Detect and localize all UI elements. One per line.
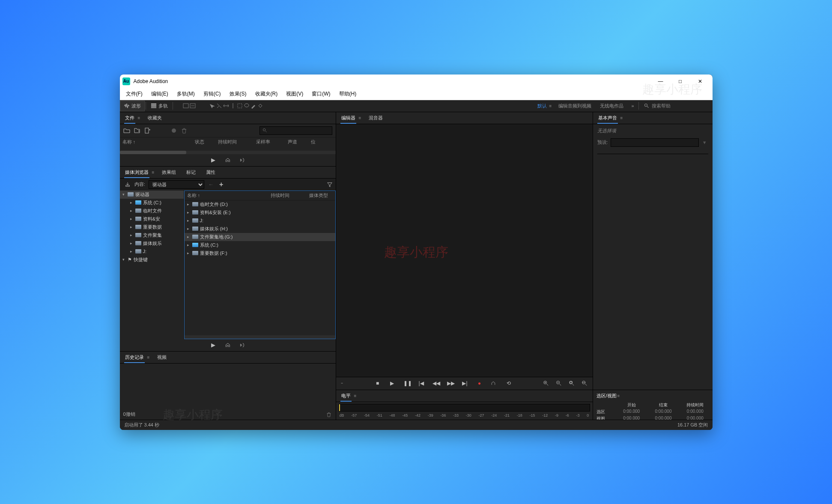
editor-body[interactable] (336, 124, 593, 377)
maximize-button[interactable]: □ (671, 75, 690, 88)
slip-tool-icon[interactable] (223, 102, 230, 109)
auto-play-icon[interactable] (239, 342, 246, 349)
tab-history[interactable]: 历史记录 (120, 352, 149, 363)
import-icon[interactable] (134, 127, 140, 134)
export-icon[interactable] (224, 157, 231, 164)
record-icon[interactable]: ● (476, 380, 483, 386)
search-help[interactable]: 搜索帮助 (640, 103, 713, 109)
col-duration[interactable]: 持续时间 (271, 192, 309, 199)
razor-tool-icon[interactable] (216, 102, 223, 109)
record-icon[interactable] (170, 127, 177, 134)
preset-menu-icon[interactable]: ▾ (701, 139, 708, 146)
tree-row[interactable]: ▸资料&安 (120, 215, 184, 223)
zoom-full-icon[interactable] (582, 380, 588, 386)
files-search-input[interactable] (259, 126, 332, 135)
add-shortcut-icon[interactable]: + (218, 181, 225, 188)
col-media-type[interactable]: 媒体类型 (309, 192, 328, 199)
list-item[interactable]: ▸系统 (C:) (185, 241, 335, 249)
play-icon[interactable]: ▶ (389, 380, 396, 386)
lasso-tool-icon[interactable] (243, 102, 250, 109)
spectral-pitch-icon[interactable] (189, 102, 196, 109)
tree-row-shortcuts[interactable]: ▾⚑快捷键 (120, 256, 184, 264)
workspace-audio-to-video[interactable]: 编辑音频到视频 (554, 101, 596, 111)
col-bitdepth[interactable]: 位 (311, 139, 316, 145)
sv-selection-dur[interactable]: 0:00.000 (681, 409, 709, 415)
tab-properties[interactable]: 属性 (201, 167, 221, 178)
workspace-more-button[interactable]: » (628, 103, 637, 108)
sv-selection-end[interactable]: 0:00.000 (650, 409, 677, 415)
back-icon[interactable]: ← (208, 181, 215, 188)
trash-icon[interactable] (325, 411, 332, 418)
auto-play-icon[interactable] (239, 157, 246, 164)
menu-edit[interactable]: 编辑(E) (147, 89, 173, 99)
list-item[interactable]: ▸重要数据 (F:) (185, 249, 335, 257)
tab-video[interactable]: 视频 (152, 352, 172, 363)
mode-waveform-button[interactable]: 波形 (120, 101, 145, 111)
play-icon[interactable]: ▶ (210, 157, 217, 164)
workspace-menu-icon[interactable]: ≡ (549, 104, 552, 108)
menu-clip[interactable]: 剪辑(C) (199, 89, 225, 99)
tree-row[interactable]: ▸重要数据 (120, 223, 184, 231)
tab-favorites[interactable]: 收藏夹 (143, 112, 167, 124)
zoom-out-icon[interactable] (556, 380, 563, 386)
zoom-in-icon[interactable] (543, 380, 550, 386)
mode-multitrack-button[interactable]: 多轨 (147, 101, 172, 111)
panel-menu-icon[interactable]: ≡ (617, 394, 620, 398)
files-hscroll[interactable] (120, 151, 336, 154)
ingest-icon[interactable] (124, 181, 131, 188)
minimize-button[interactable]: — (651, 75, 671, 88)
close-button[interactable]: ✕ (690, 75, 710, 88)
sv-selection-start[interactable]: 0:00.000 (618, 409, 645, 415)
heal-tool-icon[interactable] (257, 102, 264, 109)
loop-icon[interactable]: ⟲ (505, 380, 512, 386)
new-file-icon[interactable] (144, 127, 151, 134)
rewind-icon[interactable]: ◀◀ (432, 380, 439, 386)
tab-files[interactable]: 文件 (120, 112, 140, 124)
media-hscroll[interactable] (185, 335, 335, 339)
workspace-radio[interactable]: 无线电作品 (596, 101, 628, 111)
tree-row-drives[interactable]: ▾驱动器 (120, 191, 184, 199)
col-channels[interactable]: 声道 (288, 139, 309, 145)
play-icon[interactable]: ▶ (210, 342, 217, 349)
tab-markers[interactable]: 标记 (181, 167, 201, 178)
menu-help[interactable]: 帮助(H) (335, 89, 361, 99)
export-icon[interactable] (224, 342, 231, 349)
filter-icon[interactable] (326, 181, 333, 188)
list-item[interactable]: ▸资料&安装 (E:) (185, 209, 335, 217)
list-item[interactable]: ▸文件聚集地 (G:) (185, 233, 335, 241)
preset-select[interactable] (611, 138, 699, 147)
folder-open-icon[interactable] (123, 127, 130, 134)
menu-window[interactable]: 窗口(W) (307, 89, 334, 99)
list-item[interactable]: ▸临时文件 (D:) (185, 200, 335, 209)
tree-row[interactable]: ▸媒体娱乐 (120, 239, 184, 248)
tree-row[interactable]: ▸系统 (C:) (120, 199, 184, 207)
brush-tool-icon[interactable] (250, 102, 257, 109)
tree-row[interactable]: ▸临时文件 (120, 207, 184, 215)
col-duration[interactable]: 持续时间 (218, 139, 254, 145)
col-name[interactable]: 名称 ↑ (122, 139, 193, 145)
menu-view[interactable]: 视图(V) (282, 89, 307, 99)
zoom-fit-icon[interactable] (569, 380, 576, 386)
tab-media-browser[interactable]: 媒体浏览器 (120, 167, 154, 178)
list-item[interactable]: ▸J: (185, 217, 335, 225)
move-tool-icon[interactable] (209, 102, 216, 109)
menu-multitrack[interactable]: 多轨(M) (173, 89, 199, 99)
tree-row[interactable]: ▸J: (120, 248, 184, 256)
export-icon[interactable] (491, 381, 498, 386)
skip-end-icon[interactable]: ▶| (462, 380, 468, 386)
pause-icon[interactable]: ❚❚ (403, 380, 410, 386)
time-selection-icon[interactable] (230, 102, 236, 109)
col-samplerate[interactable]: 采样率 (256, 139, 286, 145)
stop-icon[interactable]: ■ (374, 380, 381, 386)
menu-favorites[interactable]: 收藏夹(R) (251, 89, 282, 99)
menu-file[interactable]: 文件(F) (122, 89, 147, 99)
tab-essential-sound[interactable]: 基本声音 (593, 112, 622, 124)
col-name[interactable]: 名称 ↑ (187, 192, 271, 199)
tree-row[interactable]: ▸文件聚集 (120, 231, 184, 239)
menu-effects[interactable]: 效果(S) (225, 89, 251, 99)
content-select[interactable]: 驱动器 (149, 180, 204, 189)
spectral-frequency-icon[interactable] (182, 102, 189, 109)
tab-editor[interactable]: 编辑器 (336, 112, 361, 124)
marquee-tool-icon[interactable] (236, 102, 243, 109)
list-item[interactable]: ▸媒体娱乐 (H:) (185, 225, 335, 233)
